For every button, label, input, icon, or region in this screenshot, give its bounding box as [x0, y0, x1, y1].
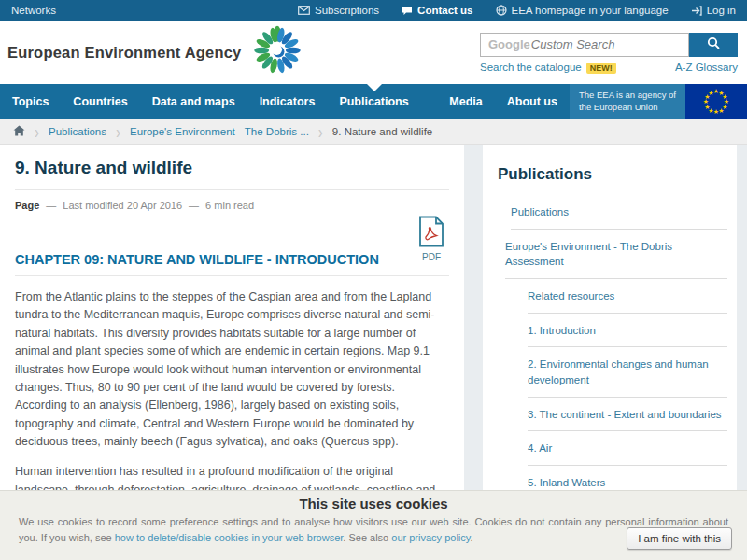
read-time: 6 min read [205, 200, 254, 211]
agency-name: European Environment Agency [7, 44, 242, 62]
google-brand-placeholder: Google [488, 37, 530, 51]
az-glossary-link[interactable]: A-Z Glossary [675, 62, 738, 73]
login-link[interactable]: Log in [691, 5, 736, 16]
contact-us-label: Contact us [417, 5, 472, 16]
search-placeholder: Custom Search [531, 37, 615, 51]
sidebar-item-publications[interactable]: Publications [511, 195, 727, 230]
site-header: European Environment Agency [0, 21, 747, 84]
eea-homepage-language-label: EEA homepage in your language [512, 5, 669, 16]
nav-item-data-and-maps[interactable]: Data and maps [140, 84, 247, 119]
eea-homepage-language-link[interactable]: EEA homepage in your language [496, 5, 669, 16]
svg-text:★: ★ [722, 93, 727, 101]
nav-item-about-us[interactable]: About us [495, 84, 570, 119]
nav-item-topics[interactable]: Topics [0, 84, 61, 119]
svg-text:★: ★ [713, 108, 719, 116]
cookie-banner: This site uses cookies We use cookies to… [0, 490, 747, 560]
nav-item-publications[interactable]: Publications [327, 84, 420, 119]
globe-icon [496, 5, 507, 16]
sidebar-item-air[interactable]: 4. Air [528, 431, 727, 466]
subscriptions-link[interactable]: Subscriptions [298, 5, 379, 16]
top-utility-bar: Networks Subscriptions Contact us EEA ho… [0, 0, 747, 21]
sidebar-item-related-resources[interactable]: Related resources [528, 279, 727, 314]
speech-bubble-icon [402, 6, 413, 16]
search-block: Google Custom Search Search the catalogu… [480, 33, 738, 73]
breadcrumb-separator: › [35, 120, 39, 141]
home-link[interactable] [13, 125, 25, 138]
breadcrumb: › Publications › Europe's Environment - … [0, 119, 747, 145]
envelope-icon [298, 6, 310, 15]
nav-item-indicators[interactable]: Indicators [247, 84, 328, 119]
sidebar-item-the-continent[interactable]: 3. The continent - Extent and boundaries [528, 398, 727, 432]
eea-brand[interactable]: European Environment Agency [7, 24, 303, 80]
meta-separator: — [189, 200, 199, 211]
content-type-label: Page [15, 200, 39, 211]
breadcrumb-publications[interactable]: Publications [49, 126, 106, 137]
disable-cookies-link[interactable]: how to delete/disable cookies in your we… [115, 532, 344, 543]
login-label: Log in [707, 5, 736, 16]
search-button[interactable] [689, 33, 738, 57]
breadcrumb-separator: › [116, 120, 120, 141]
article-meta: Page — Last modified 20 Apr 2016 — 6 min… [15, 200, 449, 211]
privacy-policy-link[interactable]: our privacy policy [391, 532, 470, 543]
paragraph: From the Atlantic plains to the steppes … [15, 288, 449, 451]
breadcrumb-current-page: 9. Nature and wildlife [332, 126, 432, 137]
topbar-right-links: Subscriptions Contact us EEA homepage in… [298, 5, 736, 16]
eu-flag-icon: ★★★ ★★★ ★★★ ★★★ [685, 84, 747, 119]
search-catalogue-link[interactable]: Search the catalogue [480, 62, 582, 73]
svg-text:★: ★ [718, 107, 724, 115]
download-pdf-button[interactable]: PDF [417, 216, 445, 262]
cookie-banner-title: This site uses cookies [0, 496, 747, 511]
sidebar-heading: Publications [498, 165, 727, 184]
eu-agency-note: The EEA is an agency of the European Uni… [570, 84, 685, 119]
cookie-accept-button[interactable]: I am fine with this [627, 527, 732, 550]
search-icon [707, 36, 721, 53]
contact-us-link[interactable]: Contact us [402, 5, 472, 16]
nav-item-countries[interactable]: Countries [61, 84, 139, 119]
sidebar-item-dobris-assessment[interactable]: Europe's Environment - The Dobris Assess… [505, 230, 727, 279]
search-input[interactable]: Google Custom Search [480, 33, 689, 57]
pdf-file-icon [417, 216, 445, 251]
sidebar-item-environmental-changes[interactable]: 2. Environmental changes and human devel… [528, 347, 727, 397]
subscriptions-label: Subscriptions [315, 5, 379, 16]
breadcrumb-dobris-assessment[interactable]: Europe's Environment - The Dobris ... [130, 126, 309, 137]
meta-separator: — [46, 200, 56, 211]
sidebar-item-introduction[interactable]: 1. Introduction [528, 314, 727, 348]
main-nav: Topics Countries Data and maps Indicator… [0, 84, 747, 119]
login-icon [691, 6, 702, 16]
nav-item-media[interactable]: Media [437, 84, 494, 119]
new-badge: NEW! [586, 63, 616, 74]
eea-flower-logo-icon [251, 24, 303, 80]
page-title: 9. Nature and wildlife [15, 158, 449, 190]
networks-link[interactable]: Networks [11, 5, 56, 16]
home-icon [13, 125, 25, 138]
chapter-heading: CHAPTER 09: NATURE AND WILDLIFE - INTROD… [15, 252, 449, 276]
last-modified: Last modified 20 Apr 2016 [63, 200, 182, 211]
pdf-label: PDF [422, 252, 441, 262]
breadcrumb-separator: › [318, 120, 323, 141]
